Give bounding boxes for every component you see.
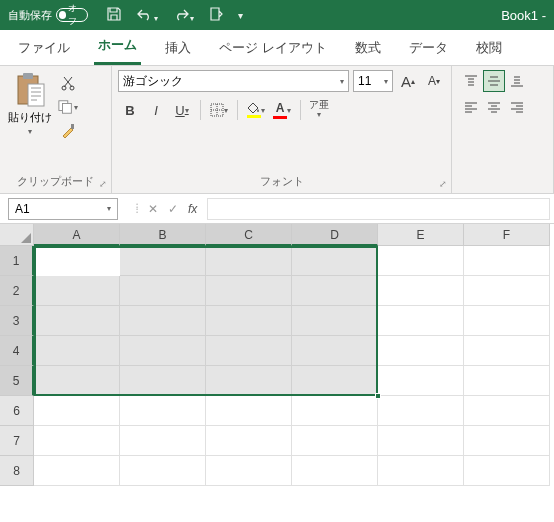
cell-B5[interactable] — [120, 366, 206, 396]
italic-button[interactable]: I — [144, 98, 168, 122]
align-left-button[interactable] — [460, 96, 482, 118]
tab-data[interactable]: データ — [405, 31, 452, 65]
cell-D2[interactable] — [292, 276, 378, 306]
cancel-icon[interactable]: ✕ — [148, 202, 158, 216]
cell-B7[interactable] — [120, 426, 206, 456]
format-painter-button[interactable] — [58, 122, 78, 140]
cell-B8[interactable] — [120, 456, 206, 486]
cell-F1[interactable] — [464, 246, 550, 276]
cell-A4[interactable] — [34, 336, 120, 366]
cut-button[interactable] — [58, 74, 78, 92]
cell-F7[interactable] — [464, 426, 550, 456]
align-middle-button[interactable] — [483, 70, 505, 92]
phonetic-button[interactable]: ア亜▾ — [307, 98, 331, 122]
col-header-C[interactable]: C — [206, 224, 292, 246]
name-box[interactable]: A1▾ — [8, 198, 118, 220]
undo-icon[interactable]: ▾ — [136, 7, 158, 24]
cell-C8[interactable] — [206, 456, 292, 486]
font-size-select[interactable]: 11▾ — [353, 70, 393, 92]
row-header-2[interactable]: 2 — [0, 276, 34, 306]
tab-review[interactable]: 校閲 — [472, 31, 506, 65]
cell-D6[interactable] — [292, 396, 378, 426]
cell-E2[interactable] — [378, 276, 464, 306]
copy-button[interactable]: ▾ — [58, 98, 78, 116]
cell-E7[interactable] — [378, 426, 464, 456]
cell-E6[interactable] — [378, 396, 464, 426]
formula-input[interactable] — [207, 198, 550, 220]
align-center-button[interactable] — [483, 96, 505, 118]
cell-E8[interactable] — [378, 456, 464, 486]
redo-icon[interactable]: ▾ — [172, 7, 194, 24]
col-header-E[interactable]: E — [378, 224, 464, 246]
tab-insert[interactable]: 挿入 — [161, 31, 195, 65]
cell-A3[interactable] — [34, 306, 120, 336]
align-right-button[interactable] — [506, 96, 528, 118]
cell-D3[interactable] — [292, 306, 378, 336]
cell-D4[interactable] — [292, 336, 378, 366]
cell-A8[interactable] — [34, 456, 120, 486]
enter-icon[interactable]: ✓ — [168, 202, 178, 216]
cell-F6[interactable] — [464, 396, 550, 426]
cell-E3[interactable] — [378, 306, 464, 336]
font-color-button[interactable]: A▾ — [270, 98, 294, 122]
row-header-7[interactable]: 7 — [0, 426, 34, 456]
cell-F5[interactable] — [464, 366, 550, 396]
cell-A5[interactable] — [34, 366, 120, 396]
tab-page-layout[interactable]: ページ レイアウト — [215, 31, 331, 65]
tab-file[interactable]: ファイル — [14, 31, 74, 65]
select-all-button[interactable] — [0, 224, 34, 246]
save-icon[interactable] — [106, 6, 122, 25]
cell-F4[interactable] — [464, 336, 550, 366]
cell-D8[interactable] — [292, 456, 378, 486]
cell-B2[interactable] — [120, 276, 206, 306]
fx-icon[interactable]: fx — [188, 202, 197, 216]
cell-F2[interactable] — [464, 276, 550, 306]
tab-home[interactable]: ホーム — [94, 28, 141, 65]
paste-button[interactable]: 貼り付け ▾ — [6, 70, 54, 170]
selection-handle[interactable] — [375, 393, 381, 399]
row-header-5[interactable]: 5 — [0, 366, 34, 396]
col-header-D[interactable]: D — [292, 224, 378, 246]
dialog-launcher-icon[interactable]: ⤢ — [99, 179, 107, 189]
align-bottom-button[interactable] — [506, 70, 528, 92]
row-header-6[interactable]: 6 — [0, 396, 34, 426]
bold-button[interactable]: B — [118, 98, 142, 122]
col-header-B[interactable]: B — [120, 224, 206, 246]
increase-font-button[interactable]: A▴ — [397, 70, 419, 92]
cell-C6[interactable] — [206, 396, 292, 426]
cell-B1[interactable] — [120, 246, 206, 276]
fill-color-button[interactable]: ▾ — [244, 98, 268, 122]
cell-D7[interactable] — [292, 426, 378, 456]
col-header-A[interactable]: A — [34, 224, 120, 246]
qat-customize-icon[interactable]: ▾ — [238, 10, 243, 21]
cell-B6[interactable] — [120, 396, 206, 426]
row-header-8[interactable]: 8 — [0, 456, 34, 486]
cell-D1[interactable] — [292, 246, 378, 276]
cell-F8[interactable] — [464, 456, 550, 486]
worksheet-grid[interactable]: ABCDEF 12345678 — [0, 224, 554, 522]
cell-C2[interactable] — [206, 276, 292, 306]
cell-E4[interactable] — [378, 336, 464, 366]
fb-dropdown-icon[interactable]: ⦙ — [136, 202, 138, 216]
cell-E1[interactable] — [378, 246, 464, 276]
row-header-3[interactable]: 3 — [0, 306, 34, 336]
tab-formulas[interactable]: 数式 — [351, 31, 385, 65]
underline-button[interactable]: U▾ — [170, 98, 194, 122]
cell-A6[interactable] — [34, 396, 120, 426]
autosave-toggle[interactable]: 自動保存 オフ — [8, 8, 88, 23]
row-header-1[interactable]: 1 — [0, 246, 34, 276]
cell-F3[interactable] — [464, 306, 550, 336]
row-header-4[interactable]: 4 — [0, 336, 34, 366]
cell-D5[interactable] — [292, 366, 378, 396]
cell-C5[interactable] — [206, 366, 292, 396]
cell-E5[interactable] — [378, 366, 464, 396]
cell-A2[interactable] — [34, 276, 120, 306]
touch-mode-icon[interactable] — [208, 6, 224, 25]
cells-area[interactable] — [34, 246, 554, 486]
cell-A1[interactable] — [34, 246, 120, 276]
align-top-button[interactable] — [460, 70, 482, 92]
cell-B4[interactable] — [120, 336, 206, 366]
font-name-select[interactable]: 游ゴシック▾ — [118, 70, 349, 92]
decrease-font-button[interactable]: A▾ — [423, 70, 445, 92]
cell-C7[interactable] — [206, 426, 292, 456]
